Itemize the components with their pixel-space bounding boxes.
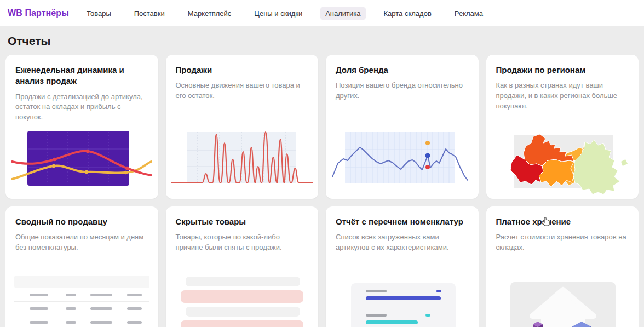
nav-item-ads[interactable]: Реклама xyxy=(449,7,488,20)
report-card-paid-storage[interactable]: Платное хранение Расчет стоимости хранен… xyxy=(486,206,639,327)
report-card-brand-share[interactable]: Доля бренда Позиция вашего бренда относи… xyxy=(326,55,479,199)
card-description: Основные движения вашего товара и его ос… xyxy=(176,81,309,101)
report-card-nomenclature[interactable]: Отчёт с перечнем номенклатур Список всех… xyxy=(326,206,479,327)
report-card-seller-summary[interactable]: Сводный по продавцу Общие показатели по … xyxy=(5,206,158,327)
card-title: Отчёт с перечнем номенклатур xyxy=(336,216,469,227)
report-card-regions[interactable]: Продажи по регионам Как в разных странах… xyxy=(486,55,639,199)
wb-partners-logo[interactable]: WB Партнёры xyxy=(8,8,69,18)
nav-item-analytics[interactable]: Аналитика xyxy=(320,7,366,20)
competitor-dot-yellow xyxy=(426,141,430,145)
summary-table-skeleton-icon xyxy=(14,276,150,327)
nav-item-marketplace[interactable]: Маркетплейс xyxy=(182,7,237,20)
report-card-weekly-dynamics[interactable]: Еженедельная динамика и анализ продаж Пр… xyxy=(5,55,158,199)
top-navigation: WB Партнёры Товары Поставки Маркетплейс … xyxy=(0,0,644,26)
card-description: Расчет стоимости хранения товаров на скл… xyxy=(496,232,629,253)
card-description: Продажи с детализацией до артикула, оста… xyxy=(15,92,148,123)
brand-share-line-chart-icon xyxy=(331,129,473,196)
card-title: Скрытые товары xyxy=(176,216,309,227)
nav-item-prices[interactable]: Цены и скидки xyxy=(249,7,308,20)
competitor-dot-red xyxy=(426,165,430,169)
report-cards-grid: Еженедельная динамика и анализ продаж Пр… xyxy=(0,55,644,327)
card-description: Товары, которые по какой-либо причине бы… xyxy=(176,232,309,253)
paid-storage-house-icon xyxy=(510,282,616,327)
card-title: Платное хранение xyxy=(496,216,629,227)
brand-dot-blue xyxy=(426,153,430,158)
card-title: Доля бренда xyxy=(336,65,469,76)
report-card-sales[interactable]: Продажи Основные движения вашего товара … xyxy=(166,55,319,199)
card-title: Продажи по регионам xyxy=(496,65,629,76)
card-description: Список всех загруженных вами артикулов с… xyxy=(336,232,469,253)
hidden-goods-bars-icon xyxy=(166,277,319,327)
weekly-dynamics-purple-chart-icon xyxy=(11,129,152,196)
page-title: Отчеты xyxy=(8,35,644,48)
card-description: Как в разных странах идут ваши продажи, … xyxy=(496,81,629,112)
report-card-hidden-goods[interactable]: Скрытые товары Товары, которые по какой-… xyxy=(166,206,319,327)
card-description: Позиция вашего бренда относительно други… xyxy=(336,81,469,101)
nomenclature-list-icon xyxy=(351,283,456,327)
nav-item-warehouse-map[interactable]: Карта складов xyxy=(378,7,437,20)
sales-red-spikes-chart-icon xyxy=(171,131,313,196)
card-description: Общие показатели по месяцам и дням без н… xyxy=(15,232,148,253)
nav-item-goods[interactable]: Товары xyxy=(81,7,117,20)
card-title: Сводный по продавцу xyxy=(15,216,148,227)
nav-item-supplies[interactable]: Поставки xyxy=(129,7,170,20)
card-title: Еженедельная динамика и анализ продаж xyxy=(15,65,148,87)
regions-choropleth-map-icon xyxy=(491,128,634,196)
card-title: Продажи xyxy=(176,65,309,76)
